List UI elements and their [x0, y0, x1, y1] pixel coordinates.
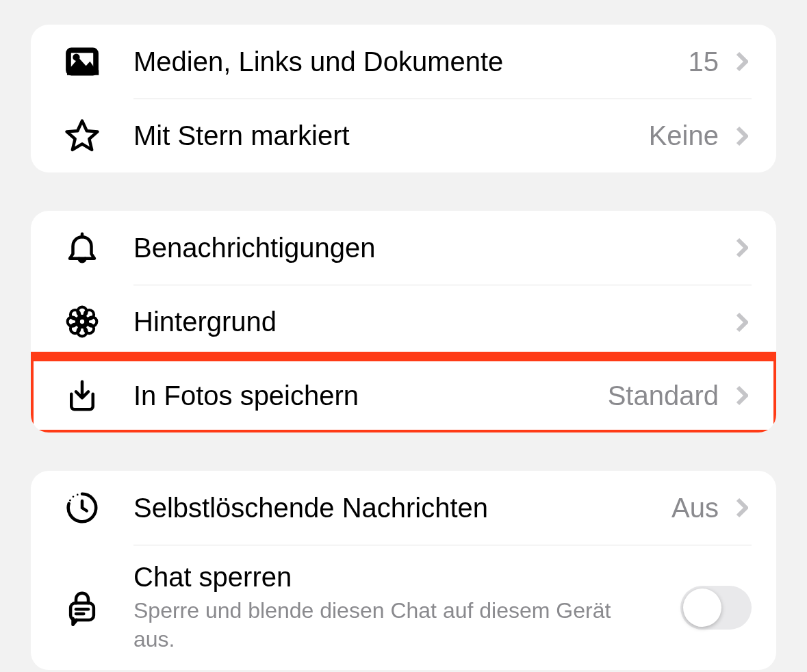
flower-icon	[31, 303, 133, 340]
svg-point-6	[79, 318, 86, 325]
row-starred[interactable]: Mit Stern markiert Keine	[31, 99, 776, 172]
timer-icon	[31, 489, 133, 526]
row-save-to-photos[interactable]: In Fotos speichern Standard	[31, 359, 776, 432]
row-title: Chat sperren	[133, 562, 667, 593]
settings-group-privacy: Selbstlöschende Nachrichten Aus Chat spe…	[31, 471, 776, 670]
svg-point-14	[85, 324, 94, 334]
row-value: Keine	[649, 120, 719, 151]
lock-chat-icon	[31, 589, 133, 626]
star-icon	[31, 117, 133, 154]
chevron-right-icon	[732, 121, 752, 151]
chevron-right-icon	[732, 233, 752, 263]
row-value: Aus	[671, 493, 719, 524]
settings-group-chat: Benachrichtigungen Hintergrund	[31, 211, 776, 432]
chevron-right-icon	[732, 307, 752, 337]
chevron-right-icon	[732, 380, 752, 411]
svg-point-15	[69, 500, 71, 502]
row-notifications[interactable]: Benachrichtigungen	[31, 211, 776, 285]
row-media-links-docs[interactable]: Medien, Links und Dokumente 15	[31, 25, 776, 99]
row-value: Standard	[608, 380, 719, 411]
settings-group-media: Medien, Links und Dokumente 15 Mit Stern…	[31, 25, 776, 172]
download-icon	[31, 377, 133, 414]
row-label: Selbstlöschende Nachrichten	[133, 493, 658, 524]
svg-point-18	[77, 494, 79, 496]
row-label: In Fotos speichern	[133, 380, 594, 411]
row-lock-chat[interactable]: Chat sperren Sperre und blende diesen Ch…	[31, 545, 776, 670]
row-subtitle: Sperre und blende diesen Chat auf diesem…	[133, 597, 613, 654]
svg-point-16	[68, 505, 70, 507]
lock-chat-toggle[interactable]	[680, 586, 752, 630]
chevron-right-icon	[732, 493, 752, 523]
row-label: Medien, Links und Dokumente	[133, 47, 675, 77]
row-label: Benachrichtigungen	[133, 233, 719, 263]
row-label: Hintergrund	[133, 307, 719, 337]
svg-point-17	[73, 495, 75, 497]
photo-icon	[31, 43, 133, 80]
row-disappearing-messages[interactable]: Selbstlöschende Nachrichten Aus	[31, 471, 776, 545]
bell-icon	[31, 229, 133, 266]
chevron-right-icon	[732, 47, 752, 77]
row-wallpaper[interactable]: Hintergrund	[31, 285, 776, 359]
row-value: 15	[689, 47, 719, 77]
row-label: Mit Stern markiert	[133, 120, 635, 151]
toggle-knob	[683, 589, 721, 627]
